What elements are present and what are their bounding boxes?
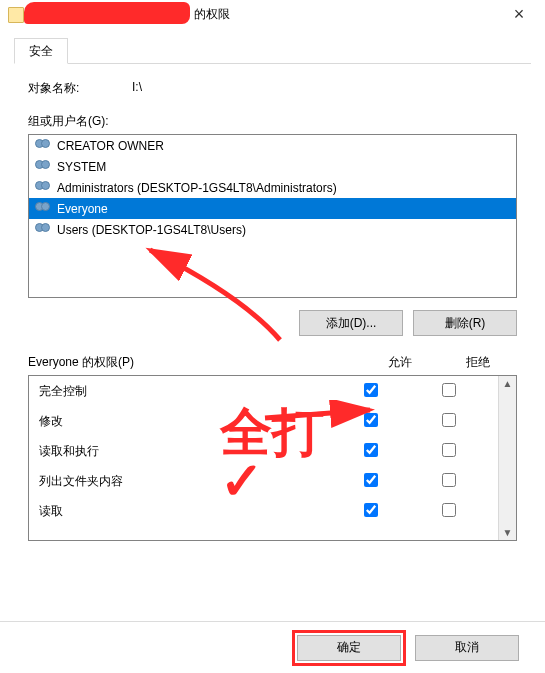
scroll-up-icon[interactable]: ▲ xyxy=(503,378,513,389)
cancel-button[interactable]: 取消 xyxy=(415,635,519,661)
deny-checkbox[interactable] xyxy=(442,503,456,517)
object-name-label: 对象名称: xyxy=(28,80,132,97)
user-list-item-label: Everyone xyxy=(57,202,108,216)
allow-checkbox[interactable] xyxy=(364,413,378,427)
add-button[interactable]: 添加(D)... xyxy=(299,310,403,336)
allow-checkbox[interactable] xyxy=(364,383,378,397)
deny-checkbox[interactable] xyxy=(442,383,456,397)
allow-checkbox[interactable] xyxy=(364,503,378,517)
deny-checkbox[interactable] xyxy=(442,443,456,457)
permission-name: 读取和执行 xyxy=(39,443,332,460)
permission-name: 读取 xyxy=(39,503,332,520)
tab-strip: 安全 xyxy=(14,36,531,64)
permissions-for-label: Everyone 的权限(P) xyxy=(28,354,361,371)
user-list-item[interactable]: CREATOR OWNER xyxy=(29,135,516,156)
security-panel: 对象名称: I:\ 组或用户名(G): CREATOR OWNERSYSTEMA… xyxy=(14,64,531,553)
permission-row: 读取和执行 xyxy=(29,436,498,466)
users-icon xyxy=(35,202,51,216)
redaction-scribble xyxy=(24,2,190,24)
allow-column-header: 允许 xyxy=(361,354,439,371)
users-icon xyxy=(35,181,51,195)
deny-checkbox[interactable] xyxy=(442,413,456,427)
deny-checkbox[interactable] xyxy=(442,473,456,487)
user-list-item-label: Administrators (DESKTOP-1GS4LT8\Administ… xyxy=(57,181,337,195)
permission-row: 列出文件夹内容 xyxy=(29,466,498,496)
permission-name: 列出文件夹内容 xyxy=(39,473,332,490)
scroll-down-icon[interactable]: ▼ xyxy=(503,527,513,538)
groups-label: 组或用户名(G): xyxy=(28,113,517,130)
allow-checkbox[interactable] xyxy=(364,443,378,457)
user-list-item-label: Users (DESKTOP-1GS4LT8\Users) xyxy=(57,223,246,237)
permissions-table: 完全控制修改读取和执行列出文件夹内容读取 ▲ ▼ xyxy=(28,375,517,541)
titlebar: 的权限 × xyxy=(0,0,545,30)
user-list-item-label: CREATOR OWNER xyxy=(57,139,164,153)
close-button[interactable]: × xyxy=(499,0,539,30)
users-icon xyxy=(35,223,51,237)
user-list-item[interactable]: Everyone xyxy=(29,198,516,219)
permission-name: 完全控制 xyxy=(39,383,332,400)
permission-row: 修改 xyxy=(29,406,498,436)
permission-row: 读取 xyxy=(29,496,498,526)
user-list-item[interactable]: Administrators (DESKTOP-1GS4LT8\Administ… xyxy=(29,177,516,198)
scrollbar[interactable]: ▲ ▼ xyxy=(498,376,516,540)
dialog-footer: 确定 取消 xyxy=(0,621,545,673)
users-icon xyxy=(35,139,51,153)
user-list-item[interactable]: Users (DESKTOP-1GS4LT8\Users) xyxy=(29,219,516,240)
window-title-suffix: 的权限 xyxy=(194,6,230,23)
user-group-listbox[interactable]: CREATOR OWNERSYSTEMAdministrators (DESKT… xyxy=(28,134,517,298)
permission-row: 完全控制 xyxy=(29,376,498,406)
user-list-item[interactable]: SYSTEM xyxy=(29,156,516,177)
user-list-item-label: SYSTEM xyxy=(57,160,106,174)
permission-name: 修改 xyxy=(39,413,332,430)
folder-icon xyxy=(8,7,24,23)
ok-button[interactable]: 确定 xyxy=(297,635,401,661)
deny-column-header: 拒绝 xyxy=(439,354,517,371)
users-icon xyxy=(35,160,51,174)
tab-security[interactable]: 安全 xyxy=(14,38,68,64)
object-name-value: I:\ xyxy=(132,80,142,97)
remove-button[interactable]: 删除(R) xyxy=(413,310,517,336)
allow-checkbox[interactable] xyxy=(364,473,378,487)
